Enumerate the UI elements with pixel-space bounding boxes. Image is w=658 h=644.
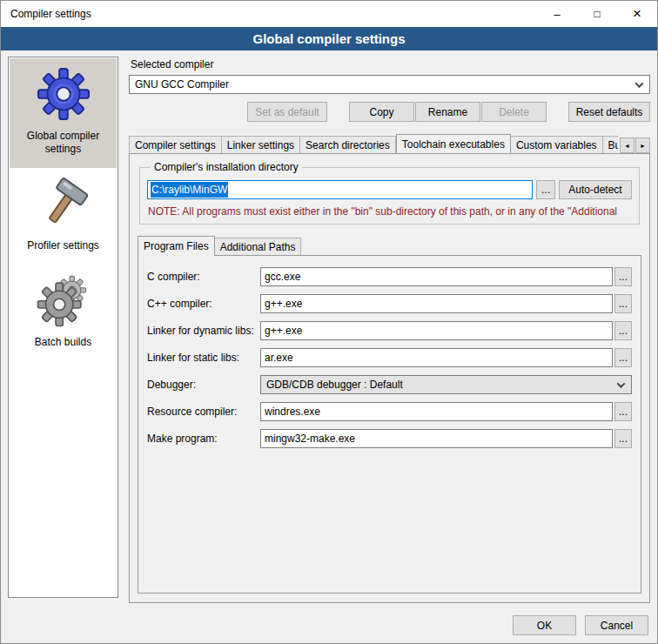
- reset-defaults-button[interactable]: Reset defaults: [568, 102, 650, 122]
- compiler-settings-window: Compiler settings – □ × Global compiler …: [0, 0, 658, 644]
- resource-compiler-input[interactable]: [260, 402, 613, 421]
- minimize-button[interactable]: –: [537, 1, 577, 27]
- make-program-row: Make program: ...: [147, 429, 632, 448]
- resource-compiler-row: Resource compiler: ...: [147, 402, 632, 421]
- installation-directory-value: C:\raylib\MinGW: [151, 182, 228, 198]
- chevron-down-icon: [635, 79, 644, 88]
- tab-compiler-settings[interactable]: Compiler settings: [129, 136, 222, 153]
- program-files-panel: C compiler: ... C++ compiler: ... Linker…: [138, 255, 641, 594]
- c-compiler-row: C compiler: ...: [147, 267, 632, 286]
- tab-scroll-right-icon[interactable]: ►: [635, 138, 650, 153]
- main-panel: Selected compiler GNU GCC Compiler Set a…: [129, 57, 650, 607]
- sidebar-item-profiler-settings[interactable]: Profiler settings: [10, 168, 117, 265]
- maximize-button[interactable]: □: [577, 1, 617, 27]
- tabstrip: Compiler settings Linker settings Search…: [129, 134, 618, 153]
- sidebar-item-global-compiler-settings[interactable]: Global compiler settings: [10, 58, 117, 168]
- tab-scroll-left-icon[interactable]: ◄: [620, 138, 634, 153]
- debugger-label: Debugger:: [147, 379, 260, 391]
- set-as-default-button[interactable]: Set as default: [247, 102, 327, 122]
- cpp-compiler-row: C++ compiler: ...: [147, 294, 632, 313]
- debugger-row: Debugger: GDB/CDB debugger : Default: [147, 375, 632, 394]
- make-program-label: Make program:: [147, 433, 260, 445]
- c-compiler-label: C compiler:: [147, 271, 260, 283]
- selected-compiler-label: Selected compiler: [131, 58, 650, 70]
- cancel-button[interactable]: Cancel: [585, 615, 648, 635]
- tab-toolchain-executables[interactable]: Toolchain executables: [396, 134, 511, 153]
- chevron-down-icon: [617, 379, 626, 388]
- c-compiler-browse-button[interactable]: ...: [614, 267, 632, 286]
- installation-directory-row: C:\raylib\MinGW ... Auto-detect: [147, 180, 632, 199]
- spacer: [547, 102, 567, 122]
- compiler-select[interactable]: GNU GCC Compiler: [129, 75, 650, 94]
- titlebar: Compiler settings – □ ×: [1, 1, 657, 27]
- blue-gear-icon: [37, 67, 91, 121]
- c-compiler-input[interactable]: [260, 267, 613, 286]
- static-linker-browse-button[interactable]: ...: [614, 348, 632, 367]
- close-button[interactable]: ×: [617, 1, 657, 27]
- make-program-browse-button[interactable]: ...: [614, 429, 632, 448]
- static-linker-row: Linker for static libs: ...: [147, 348, 632, 367]
- dynamic-linker-label: Linker for dynamic libs:: [147, 325, 260, 337]
- ok-button[interactable]: OK: [513, 615, 576, 635]
- sidebar-item-label: Global compiler settings: [11, 130, 115, 156]
- installation-directory-group: Compiler's installation directory C:\ray…: [139, 161, 640, 225]
- static-linker-input[interactable]: [260, 348, 613, 367]
- toolchain-executables-panel: Compiler's installation directory C:\ray…: [129, 153, 650, 603]
- tab-custom-variables[interactable]: Custom variables: [511, 136, 603, 153]
- delete-button[interactable]: Delete: [481, 102, 547, 122]
- dialog-body: Global compiler settings Profiler settin…: [1, 50, 657, 612]
- tab-build-options-truncated[interactable]: Buil: [603, 136, 618, 153]
- compiler-select-value: GNU GCC Compiler: [135, 78, 229, 91]
- cpp-compiler-input[interactable]: [260, 294, 613, 313]
- window-controls: – □ ×: [537, 1, 657, 27]
- gray-gears-icon: [37, 273, 91, 327]
- installation-directory-browse-button[interactable]: ...: [536, 180, 555, 199]
- debugger-select-value: GDB/CDB debugger : Default: [266, 379, 403, 391]
- spacer: [327, 102, 348, 122]
- bin-subdirectory-note: NOTE: All programs must exist either in …: [148, 205, 631, 218]
- dynamic-linker-input[interactable]: [260, 321, 613, 340]
- compiler-actions: Set as default Copy Rename Delete Reset …: [129, 102, 650, 122]
- sidebar-item-batch-builds[interactable]: Batch builds: [10, 265, 117, 361]
- dialog-header: Global compiler settings: [1, 27, 657, 50]
- cpp-compiler-browse-button[interactable]: ...: [614, 294, 632, 313]
- resource-compiler-label: Resource compiler:: [147, 406, 260, 418]
- installation-directory-legend: Compiler's installation directory: [151, 161, 302, 173]
- copy-button[interactable]: Copy: [349, 102, 414, 122]
- rename-button[interactable]: Rename: [415, 102, 480, 122]
- dynamic-linker-row: Linker for dynamic libs: ...: [147, 321, 632, 340]
- make-program-input[interactable]: [260, 429, 613, 448]
- settings-sidebar: Global compiler settings Profiler settin…: [8, 57, 118, 598]
- resource-compiler-browse-button[interactable]: ...: [614, 402, 632, 421]
- tab-additional-paths[interactable]: Additional Paths: [215, 238, 302, 255]
- hammer-icon: [37, 177, 91, 231]
- installation-directory-input[interactable]: C:\raylib\MinGW: [147, 180, 533, 199]
- dialog-footer: OK Cancel: [1, 612, 657, 643]
- dynamic-linker-browse-button[interactable]: ...: [614, 321, 632, 340]
- cpp-compiler-label: C++ compiler:: [147, 298, 260, 310]
- sidebar-item-label: Batch builds: [35, 336, 91, 349]
- sidebar-item-label: Profiler settings: [27, 239, 99, 252]
- program-files-tabbar: Program Files Additional Paths: [138, 236, 641, 255]
- window-title: Compiler settings: [1, 8, 91, 20]
- debugger-select[interactable]: GDB/CDB debugger : Default: [260, 375, 632, 394]
- tab-scroll-buttons: ◄ ►: [620, 138, 650, 153]
- tab-program-files[interactable]: Program Files: [138, 236, 215, 256]
- auto-detect-button[interactable]: Auto-detect: [559, 180, 632, 199]
- tab-search-directories[interactable]: Search directories: [300, 136, 396, 153]
- tab-linker-settings[interactable]: Linker settings: [222, 136, 300, 153]
- static-linker-label: Linker for static libs:: [147, 352, 260, 364]
- settings-tabbar: Compiler settings Linker settings Search…: [129, 134, 650, 153]
